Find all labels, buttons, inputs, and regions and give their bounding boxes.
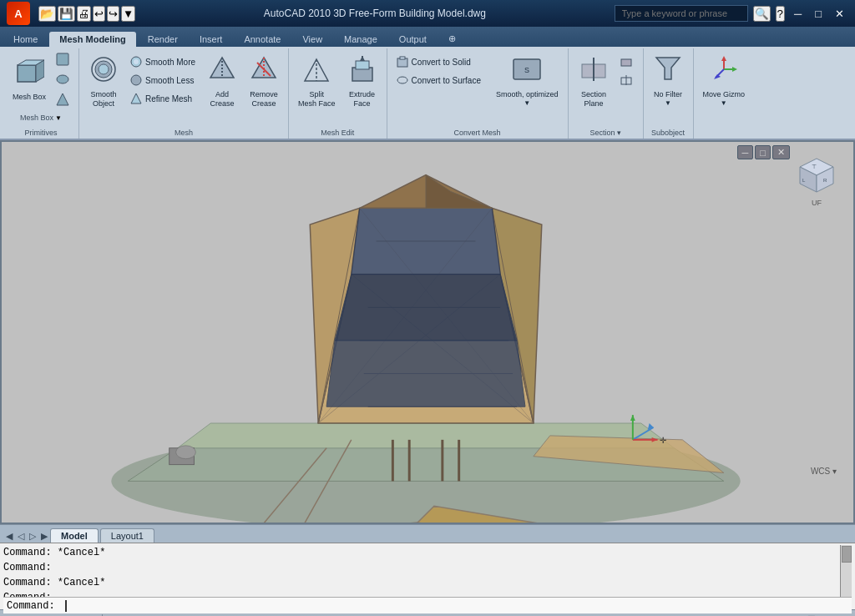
command-scrollbar[interactable] [840,545,852,597]
smooth-object-label: SmoothObject [91,90,117,109]
tab-output[interactable]: Output [389,32,437,47]
tab-manage[interactable]: Manage [334,32,387,47]
mesh-sub3-button[interactable] [52,90,73,109]
quickaccess-undo[interactable]: ↩ [93,6,105,22]
command-line-4: Command: [3,590,838,597]
svg-marker-40 [714,74,721,79]
mesh-sub2-button[interactable] [52,70,73,88]
viewport-minimize-btn[interactable]: ─ [737,145,754,159]
command-input-line: Command: [3,597,852,613]
viewport-close-btn[interactable]: ✕ [772,145,790,159]
layout-nav-last[interactable]: ▶ [38,530,50,543]
svg-marker-61 [326,341,525,406]
search-btn[interactable]: 🔍 [753,6,771,22]
layout-nav-prev[interactable]: ◁ [15,530,27,543]
command-cursor [58,600,67,612]
no-filter-button[interactable]: No Filter ▼ [649,50,687,111]
svg-point-26 [397,77,407,83]
remove-crease-button[interactable]: RemoveCrease [245,50,283,113]
smooth-optimized-icon: S [512,54,542,88]
tab-view[interactable]: View [292,32,332,47]
tab-home[interactable]: Home [3,32,48,47]
smooth-optimized-label: Smooth, optimized [496,90,559,99]
tab-annotate[interactable]: Annotate [234,32,291,47]
search-input[interactable] [615,5,748,22]
svg-text:R: R [823,178,827,183]
close-btn[interactable]: ✕ [831,6,848,22]
maximize-btn[interactable]: □ [811,6,826,22]
ribbon-group-nofilter: No Filter ▼ Subobject [644,48,694,139]
svg-rect-25 [400,57,405,59]
split-mesh-face-icon [301,54,331,88]
smooth-optimized-button[interactable]: S Smooth, optimized ▼ [492,50,563,111]
layout-nav-right[interactable]: ▷ [27,530,38,543]
convert-mesh-group-label: Convert Mesh [387,129,568,137]
command-line-2: Command: [3,560,838,575]
layout-nav-left[interactable]: ◀ [3,530,15,543]
quickaccess-redo[interactable]: ↪ [107,6,119,22]
minimize-btn[interactable]: ─ [790,6,806,22]
svg-marker-59 [352,208,500,274]
convert-solid-label: Convert to Solid [412,58,471,67]
svg-marker-34 [656,58,680,79]
svg-marker-60 [335,275,517,341]
section-sub1-button[interactable] [616,53,636,70]
quickaccess-open[interactable]: 📂 [38,6,56,22]
quickaccess-save[interactable]: 💾 [58,6,75,22]
command-prompt: Command: [7,600,55,612]
mesh-box-label: Mesh Box [13,93,46,102]
tab-mesh-modeling[interactable]: Mesh Modeling [49,32,135,47]
mesh-sub1-button[interactable] [52,50,73,68]
add-crease-label: AddCrease [210,90,235,109]
svg-point-74 [176,446,196,459]
extrude-face-button[interactable]: ExtrudeFace [343,50,382,113]
tab-render[interactable]: Render [138,32,188,47]
svg-marker-36 [721,56,726,61]
svg-marker-80 [630,415,635,421]
extrude-face-icon [347,54,377,88]
refine-mesh-button[interactable]: Refine Mesh [126,90,200,107]
svg-point-8 [99,64,109,74]
svg-rect-3 [57,53,68,65]
viewport-maximize-btn[interactable]: □ [755,145,771,159]
svg-rect-31 [621,59,631,66]
help-icon[interactable]: ? [776,6,785,22]
add-crease-button[interactable]: AddCrease [203,50,241,113]
split-mesh-face-button[interactable]: SplitMesh Face [294,50,340,113]
primitives-group-label: Primitives [3,129,78,137]
svg-point-11 [131,75,141,85]
convert-solid-button[interactable]: Convert to Solid [392,53,485,70]
mesh-box-button[interactable]: Mesh Box [8,53,50,106]
window-title: AutoCAD 2010 3D Free-Form Building Model… [135,8,614,19]
smooth-object-button[interactable]: SmoothObject [84,50,123,113]
move-gizmo-button[interactable]: Move Gizmo ▼ [699,50,750,111]
quickaccess-extra[interactable]: ▼ [121,6,135,22]
view-cube[interactable]: ⊤ L R UF [792,150,842,200]
no-filter-icon [653,54,683,88]
tab-extra[interactable]: ⊕ [438,31,466,47]
section-group-label: Section▾ [569,129,643,137]
viewport-inner: ✛ ⊤ L R UF WCS ▾ ─ □ ✕ [2,142,853,523]
command-line-1: Command: *Cancel* [3,545,838,560]
svg-text:✛: ✛ [660,436,666,445]
scroll-thumb[interactable] [842,546,852,563]
viewport[interactable]: ✛ ⊤ L R UF WCS ▾ ─ □ ✕ [0,140,855,524]
convert-surface-button[interactable]: Convert to Surface [392,72,485,88]
smooth-more-label: Smooth More [145,58,195,67]
section-sub2-button[interactable] [616,72,636,88]
section-plane-button[interactable]: SectionPlane [574,50,613,113]
tab-insert[interactable]: Insert [190,32,233,47]
smooth-less-button[interactable]: Smooth Less [126,72,200,88]
smooth-more-button[interactable]: Smooth More [126,53,200,70]
quickaccess-print[interactable]: 🖨 [77,6,91,22]
tab-layout1[interactable]: Layout1 [100,528,154,543]
app-logo: A [7,2,30,25]
no-filter-label: No Filter [654,90,682,99]
smooth-less-label: Smooth Less [145,76,194,85]
split-mesh-face-label: SplitMesh Face [298,90,336,109]
mesh-group-label: Mesh [79,129,288,137]
svg-marker-12 [131,93,141,104]
ribbon-group-primitives: Mesh Box Mesh Box ▼ Pr [3,48,79,139]
titlebar: A 📂 💾 🖨 ↩ ↪ ▼ AutoCAD 2010 3D Free-Form … [0,0,855,27]
tab-model[interactable]: Model [50,528,99,543]
